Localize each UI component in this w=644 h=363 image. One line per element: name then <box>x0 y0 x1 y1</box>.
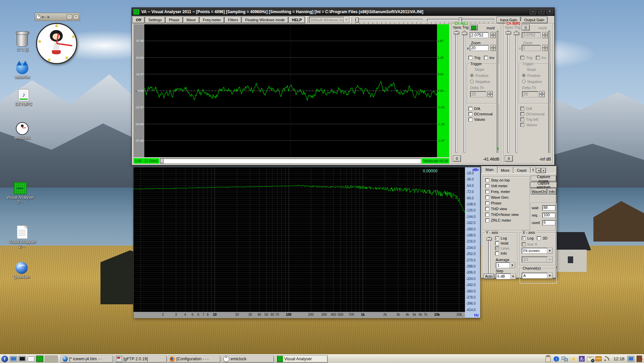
task-button-gftp[interactable]: [gFTP 2.0.19] <box>114 355 167 363</box>
msd-field[interactable]: 2.0752 <box>522 32 540 38</box>
zero-top-button[interactable]: 0 <box>522 25 530 30</box>
spin-down-icon[interactable]: ▼ <box>491 35 496 38</box>
check-thd-noise-view[interactable]: THD+Noise view <box>485 212 530 217</box>
zero-button[interactable]: 0 <box>505 156 513 162</box>
msd-field[interactable]: 2.0752 <box>470 32 489 38</box>
minimize-icon[interactable]: – <box>67 15 72 19</box>
chevron-down-icon[interactable]: ▼ <box>547 248 552 253</box>
info-button[interactable]: Info <box>548 189 556 194</box>
radio-dot[interactable] <box>470 74 474 77</box>
bluetooth-tray[interactable]: ᛒ <box>553 356 560 362</box>
y-axis-slider-thumb[interactable] <box>487 238 492 241</box>
x-truex-check[interactable]: true X <box>522 242 537 247</box>
negative-radio[interactable]: Negative <box>470 79 490 84</box>
spectrum-plot[interactable]: 0.00000 <box>134 167 465 312</box>
emiclock-face[interactable]: ★ ★ ★ ★ ★ <box>36 23 77 64</box>
checkbox-box[interactable] <box>485 184 489 188</box>
checkbox-box[interactable] <box>520 107 524 111</box>
tab-cepst[interactable]: Cepst <box>513 167 530 173</box>
tab-scroll-left[interactable]: ◄ <box>536 168 541 173</box>
spin-up-icon[interactable]: ▲ <box>491 45 496 48</box>
checkbox-box[interactable] <box>485 207 489 211</box>
x-log-check[interactable]: ✓Log <box>522 235 533 241</box>
zoom-field[interactable]: 20 <box>470 45 489 51</box>
spin-up-icon[interactable]: ▲ <box>488 91 493 94</box>
check-trig-left[interactable]: Trig left <box>520 117 545 122</box>
scope-plot[interactable] <box>144 24 437 157</box>
spin-down-icon[interactable]: ▼ <box>543 35 548 38</box>
checkbox-box[interactable] <box>468 107 472 111</box>
delta-spinner[interactable]: ▲▼ <box>488 91 493 97</box>
desktop-icon-emiclock[interactable]: emiclock <box>6 122 38 141</box>
task-button-va[interactable]: Visual Analyser <box>275 355 328 363</box>
checkbox-box[interactable] <box>520 117 524 121</box>
checkbox-box[interactable] <box>468 56 472 60</box>
input-gain-slider[interactable] <box>355 17 422 23</box>
checkbox-box[interactable] <box>537 236 541 240</box>
capture-spectrum-button[interactable]: Capture spectrum <box>530 182 557 188</box>
task-button-firefox[interactable]: [Configuration - ··· <box>168 355 221 363</box>
spin-down-icon[interactable]: ▼ <box>488 94 493 97</box>
trig-check[interactable]: Trig <box>468 55 480 60</box>
toolbar-button-filters[interactable]: Filters <box>225 17 241 23</box>
positive-radio[interactable]: Positive <box>522 73 540 78</box>
zoom-spinner[interactable]: ▲▼ <box>491 45 496 51</box>
x-3d-check[interactable]: 3D <box>537 235 547 241</box>
field-value[interactable]: 6 <box>542 220 555 225</box>
scrollbar-thumb[interactable] <box>160 159 164 163</box>
checkbox-box[interactable]: ✓ <box>495 236 499 240</box>
check-stay-on-top[interactable]: Stay on top <box>485 177 530 183</box>
check-d-a[interactable]: D/A <box>468 106 493 111</box>
inv-check[interactable]: Inv <box>484 55 495 60</box>
scope-mode-button[interactable] <box>470 25 478 30</box>
checkbox-box[interactable] <box>536 56 540 60</box>
toolbar-button-freq-meter[interactable]: Freq.meter <box>200 17 225 23</box>
close-icon[interactable]: × <box>547 9 553 15</box>
check-dcremoval[interactable]: DCremoval <box>520 111 545 116</box>
chevron-down-icon[interactable]: ▼ <box>547 273 552 278</box>
checkbox-box[interactable] <box>468 117 472 121</box>
trig-check[interactable]: Trig <box>520 55 532 60</box>
radio-dot[interactable] <box>522 74 526 77</box>
vpos-slider-thumb[interactable] <box>454 31 459 34</box>
checkbox-box[interactable] <box>520 112 524 116</box>
checkbox-box[interactable] <box>522 242 526 246</box>
checkbox-box[interactable]: ✓ <box>522 236 526 240</box>
negative-radio[interactable]: Negative <box>522 79 542 84</box>
signal-tray[interactable] <box>604 356 610 362</box>
chevron-down-icon[interactable]: ▼ <box>547 257 552 262</box>
spin-down-icon[interactable]: ▼ <box>543 48 548 51</box>
checkbox-box[interactable] <box>485 195 489 199</box>
check-values[interactable]: Values <box>520 122 545 127</box>
positive-radio[interactable]: Positive <box>470 73 489 78</box>
scope-scrollbar[interactable] <box>160 158 421 164</box>
spin-up-icon[interactable]: ▲ <box>543 45 548 48</box>
channels-dropdown[interactable]: A ▼ <box>522 273 553 279</box>
desktop-icon-waterfox[interactable]: waterfox <box>6 63 38 80</box>
delta-spinner[interactable]: ▲▼ <box>539 91 545 97</box>
delta-th-field[interactable]: 25 <box>522 91 538 97</box>
step-dropdown[interactable]: 6 dB ▼ <box>496 273 516 279</box>
radio-dot[interactable] <box>470 80 474 83</box>
chevron-down-icon[interactable]: ▼ <box>509 262 515 268</box>
task-button-emiclock[interactable]: emiclock <box>222 355 274 363</box>
y-hold-check[interactable]: Hold <box>495 241 509 246</box>
check-freq-meter[interactable]: Freq. meter <box>485 189 530 194</box>
trig-slider[interactable] <box>464 31 466 153</box>
spin-up-icon[interactable]: ▲ <box>543 32 548 35</box>
checkbox-box[interactable] <box>485 213 489 217</box>
desktop-icon-doc[interactable]: Visual Analyser 2··· <box>6 225 38 249</box>
radio-dot[interactable] <box>522 80 526 83</box>
y-lines-check[interactable]: ✓Lines <box>495 246 509 251</box>
field-value[interactable]: 100 <box>542 213 555 218</box>
msd-spinner[interactable]: ▲▼ <box>491 32 496 38</box>
capture-scope-button[interactable]: Capture scope <box>531 176 556 182</box>
checkbox-box[interactable]: ✓ <box>495 246 499 250</box>
tab-main[interactable]: Main <box>482 166 497 173</box>
checkbox-box[interactable] <box>495 251 499 255</box>
checkbox-box[interactable] <box>520 56 524 60</box>
windows-mode-dropdown[interactable]: Default Windows ing ▼ <box>309 17 349 23</box>
maximize-icon[interactable]: ▫ <box>538 9 545 15</box>
checkbox-box[interactable] <box>485 190 489 194</box>
display-tray[interactable] <box>627 356 634 362</box>
